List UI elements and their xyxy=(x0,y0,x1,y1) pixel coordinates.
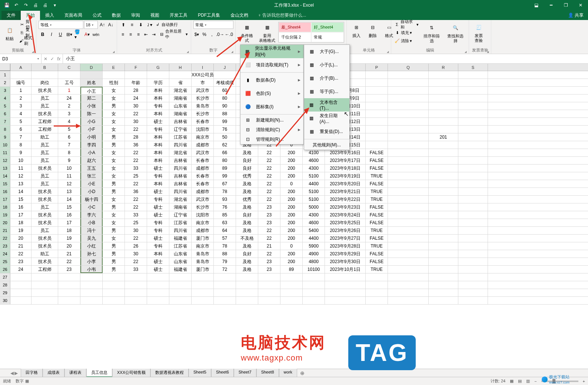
tablestyle-label: 套用 表格格式 xyxy=(259,33,275,43)
tell-me-text: 告诉我您想要做什么... xyxy=(262,13,306,18)
number-group-label: 数字 xyxy=(193,47,233,54)
tab-file[interactable]: 文件 xyxy=(1,11,21,20)
style-thousands[interactable]: 千位分隔 2 xyxy=(279,32,311,42)
minimize-button[interactable]: ━ xyxy=(544,0,558,10)
name-box[interactable]: D3▾ xyxy=(0,54,41,63)
tell-me[interactable]: ♀ 告诉我您想要做什么... xyxy=(253,11,310,20)
italic-button[interactable]: I xyxy=(47,30,56,39)
fill-button[interactable]: ⬇填充▾ xyxy=(393,29,419,36)
window-title: 工作簿3.xlsx - Excel xyxy=(274,2,314,9)
qat-print2[interactable]: 🖨 xyxy=(41,1,50,10)
font-group-label: 字体 xyxy=(39,47,114,54)
phonetic-button[interactable]: wén xyxy=(92,30,100,39)
tab-wps[interactable]: 金山文档 xyxy=(225,11,253,20)
number-format-combo[interactable]: 常规▾ xyxy=(193,21,233,29)
sort-filter-button[interactable]: ⇅排序和筛选 xyxy=(421,21,443,44)
menu-toprules-label: 项目选取规则(T) xyxy=(256,62,288,64)
qat-dd[interactable]: ▾ xyxy=(50,1,59,10)
tab-pdf[interactable]: PDF工具集 xyxy=(193,11,225,20)
merge-button[interactable]: ⊟合并后居中▾ xyxy=(158,30,189,38)
submenu-greater[interactable]: ▦大于(G)... xyxy=(304,45,349,58)
align-bot-icon[interactable]: ⬇ xyxy=(137,21,144,29)
tab-dev[interactable]: 开发工具 xyxy=(165,11,193,20)
formatpainter-label: 格式刷 xyxy=(24,35,33,46)
wrap-button[interactable]: ↲自动换行 xyxy=(154,21,189,28)
submenu-gt-label: 大于(G)... xyxy=(320,49,339,55)
font-name-value: 等线 xyxy=(40,22,49,28)
fx-icon[interactable]: fx xyxy=(57,56,60,62)
highlight-rules-submenu: ▦大于(G)... ▦小于(L)... ▦介于(B)... ▦等于(E)... … xyxy=(304,44,350,64)
tab-view[interactable]: 视图 xyxy=(145,11,165,20)
currency-icon[interactable]: $▾ xyxy=(193,30,200,39)
align-left-icon[interactable]: ≡ xyxy=(119,30,126,39)
style-normal[interactable]: 常规 xyxy=(311,32,344,42)
qat-undo[interactable]: ↶ xyxy=(12,1,21,10)
cancel-formula-icon[interactable]: ✕ xyxy=(44,56,47,62)
menu-highlight-label: 突出显示单元格规则(H) xyxy=(255,45,295,58)
paste-button[interactable]: 📋粘贴 xyxy=(2,24,17,42)
clipboard-group-label: 剪贴板 xyxy=(2,47,34,54)
decrease-indent-icon[interactable]: ⇤ xyxy=(143,30,150,39)
percent-icon[interactable]: % xyxy=(201,30,207,39)
delete-cells-button[interactable]: ⊟删除 xyxy=(365,21,380,39)
qat-print1[interactable]: 🖨 xyxy=(31,1,40,10)
tab-insert[interactable]: 插入 xyxy=(40,11,59,20)
clear-button[interactable]: 🧹清除▾ xyxy=(393,37,419,44)
find-label: 查找和选择 xyxy=(446,34,465,43)
tab-data[interactable]: 数据 xyxy=(107,11,126,20)
align-center-icon[interactable]: ≡ xyxy=(127,30,134,39)
underline-button[interactable]: U xyxy=(56,30,64,39)
condfmt-label: 条件格式 xyxy=(239,33,255,43)
align-top-icon[interactable]: ⬆ xyxy=(119,21,127,29)
ribbon-collapse-icon[interactable]: ⬓ xyxy=(529,0,544,10)
tab-review[interactable]: 审阅 xyxy=(126,11,145,20)
invoice-button[interactable]: 🧾发票 查验 xyxy=(471,21,486,44)
name-box-value: D3 xyxy=(2,56,8,62)
style-bad[interactable]: 差_Sheet4 xyxy=(279,22,311,32)
maximize-button[interactable]: ❐ xyxy=(558,0,573,10)
cell-styles-gallery[interactable]: 差_Sheet4 好_Sheet4 千位分隔 2 常规 xyxy=(278,22,344,43)
comma-icon[interactable]: , xyxy=(209,30,215,39)
find-select-button[interactable]: 🔍查找和选择 xyxy=(444,21,466,44)
increase-decimal-icon[interactable]: .0→ xyxy=(216,30,224,39)
font-size-combo[interactable]: 18▾ xyxy=(84,21,98,29)
orientation-icon[interactable]: ⤸▾ xyxy=(145,21,153,29)
conditional-formatting-menu: ▦突出显示单元格规则(H)▶ ⬜项目选取规则(T)▶ ▮数据条(D)▶ 🟥色阶(… xyxy=(240,44,304,64)
merge-label: 合并后居中 xyxy=(165,29,185,40)
qat-save[interactable]: 💾 xyxy=(2,1,11,10)
share-button[interactable]: 👤 共享 xyxy=(564,11,588,20)
qat-redo[interactable]: ↷ xyxy=(21,1,30,10)
delete-label: 删除 xyxy=(369,33,377,38)
formatpainter-button[interactable]: 🖌格式刷 xyxy=(19,37,34,44)
fontcolor-button[interactable]: A▾ xyxy=(83,30,91,39)
invoice-label: 发票 查验 xyxy=(475,33,483,43)
menu-top-rules[interactable]: ⬜项目选取规则(T)▶ xyxy=(240,58,303,64)
fillcolor-button[interactable]: 🪣▾ xyxy=(74,30,82,39)
close-button[interactable]: ✕ xyxy=(573,0,588,10)
decrease-decimal-icon[interactable]: ←.0 xyxy=(225,30,233,39)
fill-label: 填充 xyxy=(401,30,409,36)
increase-font-icon[interactable]: A↑ xyxy=(99,21,106,29)
invoice-group-label: 发票查验 xyxy=(471,47,489,54)
wrap-label: 自动换行 xyxy=(162,22,178,27)
menu-highlight-rules[interactable]: ▦突出显示单元格规则(H)▶ xyxy=(240,45,303,58)
format-as-table-button[interactable]: ▦套用 表格格式 xyxy=(258,21,277,44)
style-good[interactable]: 好_Sheet4 xyxy=(311,22,344,32)
font-size-value: 18 xyxy=(86,23,90,27)
conditional-formatting-button[interactable]: ▦条件格式 xyxy=(238,21,256,44)
border-button[interactable]: ⊞▾ xyxy=(65,30,73,39)
tab-layout[interactable]: 页面布局 xyxy=(59,11,87,20)
insert-label: 插入 xyxy=(352,33,361,38)
align-mid-icon[interactable]: ≡ xyxy=(128,21,136,29)
submenu-less[interactable]: ▦小于(L)... xyxy=(304,58,349,64)
autosum-label: 自动求和 xyxy=(401,19,416,30)
bold-button[interactable]: B xyxy=(39,30,47,39)
enter-formula-icon[interactable]: ✓ xyxy=(50,56,54,62)
decrease-font-icon[interactable]: A↓ xyxy=(107,21,114,29)
align-right-icon[interactable]: ≡ xyxy=(135,30,142,39)
increase-indent-icon[interactable]: ⇥ xyxy=(150,30,157,39)
insert-cells-button[interactable]: ⊞插入 xyxy=(349,21,364,39)
tab-formulas[interactable]: 公式 xyxy=(87,11,107,20)
autosum-button[interactable]: Σ自动求和▾ xyxy=(393,21,419,28)
font-name-combo[interactable]: 等线▾ xyxy=(39,21,83,29)
